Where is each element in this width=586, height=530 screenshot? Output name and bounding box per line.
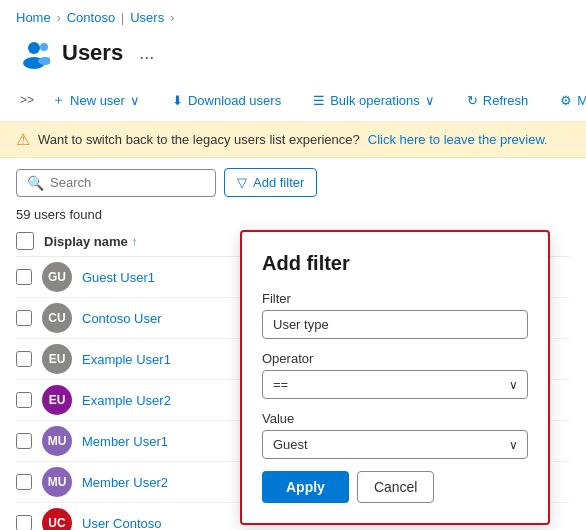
preview-link[interactable]: Click here to leave the preview. [368, 132, 548, 147]
refresh-button[interactable]: ↻ Refresh [457, 87, 539, 114]
manage-button[interactable]: ⚙ Ma... [550, 87, 586, 114]
avatar: EU [42, 344, 72, 374]
operator-label: Operator [262, 351, 528, 366]
avatar: MU [42, 426, 72, 456]
breadcrumb-sep-2: | [121, 11, 124, 25]
user-count: 59 users found [0, 203, 586, 228]
operator-select[interactable]: == != startsWith endsWith contains [262, 370, 528, 399]
breadcrumb-contoso[interactable]: Contoso [67, 10, 115, 25]
row-checkbox[interactable] [16, 433, 32, 449]
search-box: 🔍 [16, 169, 216, 197]
row-checkbox[interactable] [16, 474, 32, 490]
download-icon: ⬇ [172, 93, 183, 108]
add-filter-label: Add filter [253, 175, 304, 190]
breadcrumb-sep-1: › [57, 11, 61, 25]
filter-field-input[interactable] [262, 310, 528, 339]
row-checkbox[interactable] [16, 351, 32, 367]
row-checkbox[interactable] [16, 310, 32, 326]
add-filter-panel: Add filter Filter Operator == != startsW… [240, 230, 550, 525]
bulk-operations-button[interactable]: ☰ Bulk operations ∨ [303, 87, 445, 114]
user-name-link[interactable]: Member User1 [82, 434, 168, 449]
value-select-wrapper: Guest Member ∨ [262, 430, 528, 459]
select-all-checkbox[interactable] [16, 232, 34, 250]
plus-icon: ＋ [52, 91, 65, 109]
bulk-label: Bulk operations [330, 93, 420, 108]
new-user-button[interactable]: ＋ New user ∨ [42, 85, 150, 115]
value-label: Value [262, 411, 528, 426]
user-name-link[interactable]: User Contoso [82, 516, 161, 531]
user-name-link[interactable]: Example User1 [82, 352, 171, 367]
new-user-label: New user [70, 93, 125, 108]
page-header: Users ... [0, 31, 586, 79]
avatar: EU [42, 385, 72, 415]
operator-select-wrapper: == != startsWith endsWith contains ∨ [262, 370, 528, 399]
filter-icon: ▽ [237, 175, 247, 190]
avatar: GU [42, 262, 72, 292]
expand-btn[interactable]: >> [16, 87, 38, 113]
gear-icon: ⚙ [560, 93, 572, 108]
row-checkbox[interactable] [16, 515, 32, 530]
svg-point-2 [40, 43, 48, 51]
manage-label: Ma... [577, 93, 586, 108]
user-name-link[interactable]: Contoso User [82, 311, 161, 326]
breadcrumb-users[interactable]: Users [130, 10, 164, 25]
toolbar: >> ＋ New user ∨ ⬇ Download users ☰ Bulk … [0, 79, 586, 122]
new-user-chevron: ∨ [130, 93, 140, 108]
page-icon [16, 35, 52, 71]
svg-point-0 [28, 42, 40, 54]
avatar: CU [42, 303, 72, 333]
breadcrumb-sep-3: › [170, 11, 174, 25]
refresh-label: Refresh [483, 93, 529, 108]
avatar: MU [42, 467, 72, 497]
add-filter-button[interactable]: ▽ Add filter [224, 168, 317, 197]
row-checkbox[interactable] [16, 392, 32, 408]
warning-icon: ⚠ [16, 130, 30, 149]
sort-arrow[interactable]: ↑ [132, 235, 138, 247]
filter-actions: Apply Cancel [262, 471, 528, 503]
breadcrumb: Home › Contoso | Users › [0, 0, 586, 31]
apply-button[interactable]: Apply [262, 471, 349, 503]
page-more-btn[interactable]: ... [133, 41, 160, 66]
user-name-link[interactable]: Guest User1 [82, 270, 155, 285]
bulk-icon: ☰ [313, 93, 325, 108]
value-select[interactable]: Guest Member [262, 430, 528, 459]
download-users-button[interactable]: ⬇ Download users [162, 87, 291, 114]
user-name-link[interactable]: Member User2 [82, 475, 168, 490]
row-checkbox[interactable] [16, 269, 32, 285]
display-name-header: Display name ↑ [44, 234, 137, 249]
filter-field-label: Filter [262, 291, 528, 306]
download-label: Download users [188, 93, 281, 108]
page-title: Users [62, 40, 123, 66]
search-area: 🔍 ▽ Add filter [0, 158, 586, 203]
search-input[interactable] [50, 175, 205, 190]
refresh-icon: ↻ [467, 93, 478, 108]
bulk-chevron: ∨ [425, 93, 435, 108]
filter-panel-title: Add filter [262, 252, 528, 275]
avatar: UC [42, 508, 72, 530]
search-icon: 🔍 [27, 175, 44, 191]
breadcrumb-home[interactable]: Home [16, 10, 51, 25]
cancel-button[interactable]: Cancel [357, 471, 435, 503]
preview-text: Want to switch back to the legacy users … [38, 132, 360, 147]
user-name-link[interactable]: Example User2 [82, 393, 171, 408]
preview-banner: ⚠ Want to switch back to the legacy user… [0, 122, 586, 158]
